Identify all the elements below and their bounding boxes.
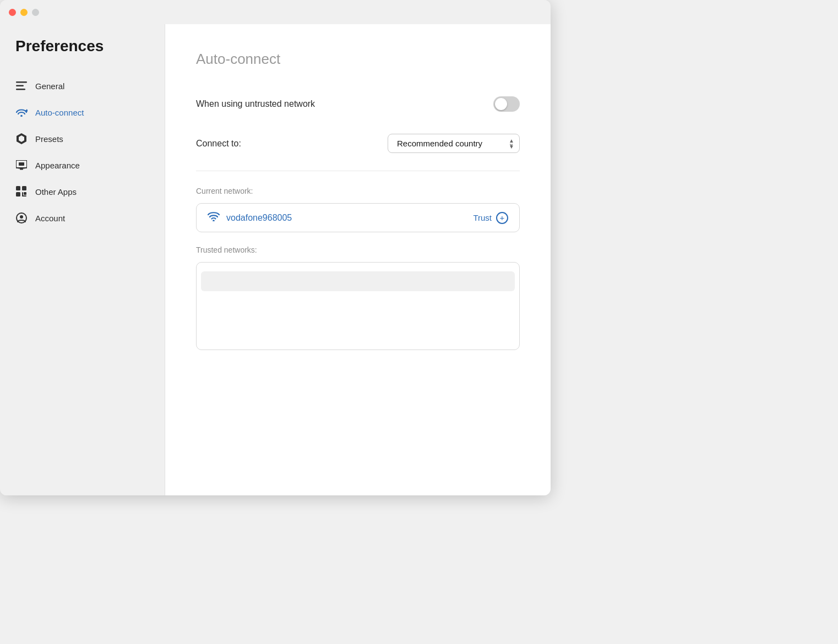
connect-to-label: Connect to:	[196, 139, 241, 149]
general-icon	[15, 80, 28, 92]
app-container: Preferences General Auto-conne	[0, 24, 551, 495]
svg-point-18	[213, 220, 215, 221]
appearance-icon	[15, 159, 28, 171]
connect-to-wrapper: Recommended country Fastest server Speci…	[388, 134, 520, 153]
trust-add-icon: +	[496, 212, 508, 224]
page-title: Auto-connect	[196, 51, 520, 68]
trusted-networks-inner	[197, 263, 519, 300]
wifi-icon	[208, 211, 220, 224]
trusted-networks-label: Trusted networks:	[196, 245, 520, 254]
sidebar-item-appearance[interactable]: Appearance	[0, 152, 165, 178]
connect-to-select[interactable]: Recommended country Fastest server Speci…	[388, 134, 520, 153]
svg-rect-2	[16, 89, 25, 90]
maximize-button[interactable]	[32, 9, 39, 16]
svg-rect-15	[22, 195, 26, 197]
sidebar-label-auto-connect: Auto-connect	[35, 108, 84, 117]
sidebar-item-general[interactable]: General	[0, 73, 165, 99]
svg-rect-13	[24, 192, 26, 195]
untrusted-network-label: When using untrusted network	[196, 99, 315, 109]
presets-icon	[15, 133, 28, 145]
titlebar	[0, 0, 551, 24]
close-button[interactable]	[9, 9, 16, 16]
trusted-networks-box	[196, 262, 520, 350]
minimize-button[interactable]	[20, 9, 28, 16]
sidebar-item-other-apps[interactable]: Other Apps	[0, 178, 165, 205]
sidebar-label-appearance: Appearance	[35, 161, 80, 170]
svg-rect-1	[16, 85, 24, 87]
svg-rect-12	[16, 192, 20, 197]
trust-button[interactable]: Trust +	[473, 212, 508, 224]
network-left: vodafone968005	[208, 211, 292, 224]
account-icon	[15, 212, 28, 224]
other-apps-icon	[15, 185, 28, 198]
traffic-lights	[9, 9, 39, 16]
svg-point-3	[20, 115, 23, 117]
connect-to-row: Connect to: Recommended country Fastest …	[196, 125, 520, 166]
sidebar-label-presets: Presets	[35, 134, 63, 144]
trust-label: Trust	[473, 213, 492, 222]
sidebar: Preferences General Auto-conne	[0, 24, 165, 495]
current-network-row: vodafone968005 Trust +	[196, 203, 520, 232]
untrusted-network-row: When using untrusted network	[196, 90, 520, 125]
network-name: vodafone968005	[226, 213, 292, 223]
untrusted-network-toggle[interactable]	[493, 96, 520, 112]
trusted-network-item	[201, 271, 515, 291]
sidebar-title: Preferences	[0, 37, 165, 73]
sidebar-item-presets[interactable]: Presets	[0, 125, 165, 152]
svg-rect-7	[19, 162, 24, 166]
current-network-label: Current network:	[196, 187, 520, 195]
svg-rect-9	[18, 168, 25, 169]
sidebar-label-other-apps: Other Apps	[35, 187, 77, 197]
sidebar-label-account: Account	[35, 214, 65, 223]
svg-rect-10	[16, 186, 20, 190]
sidebar-label-general: General	[35, 81, 64, 91]
sidebar-item-auto-connect[interactable]: Auto-connect	[0, 99, 165, 125]
main-content: Auto-connect When using untrusted networ…	[165, 24, 551, 495]
svg-rect-11	[22, 186, 26, 190]
sidebar-item-account[interactable]: Account	[0, 205, 165, 231]
auto-connect-icon	[15, 106, 28, 118]
divider	[196, 171, 520, 171]
svg-point-17	[20, 215, 23, 219]
svg-rect-0	[16, 81, 27, 83]
